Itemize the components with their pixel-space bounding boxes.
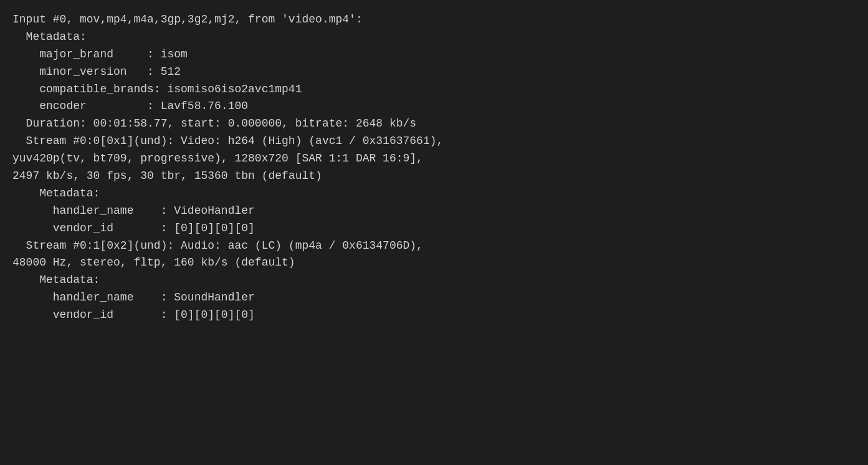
- terminal-output: Input #0, mov,mp4,m4a,3gp,3g2,mj2, from …: [12, 11, 856, 324]
